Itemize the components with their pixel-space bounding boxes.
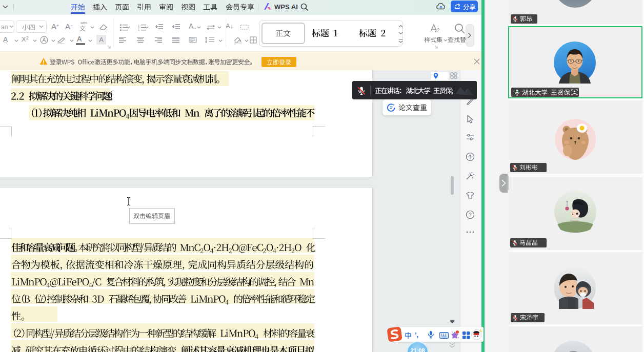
svg-text:?: ? xyxy=(469,212,472,218)
svg-text:3: 3 xyxy=(138,29,139,31)
svg-text:’,: ’, xyxy=(415,332,418,338)
